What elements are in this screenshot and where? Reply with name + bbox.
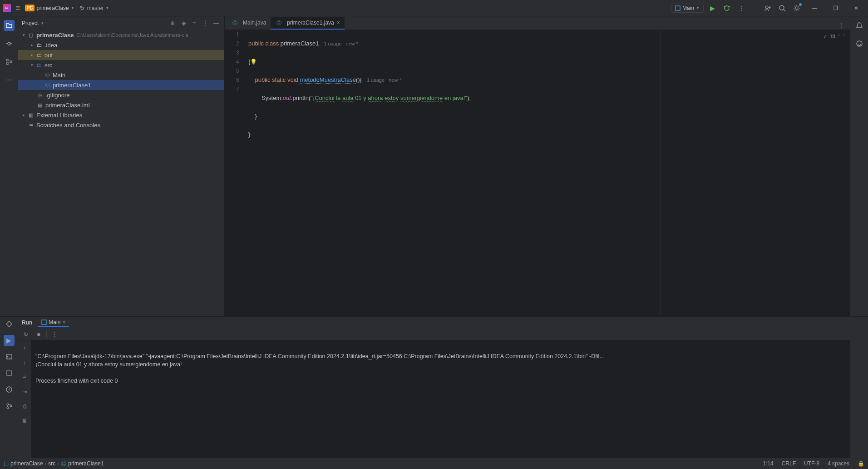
code-content[interactable]: public class primeraClase1 1 usage new *… — [247, 30, 850, 316]
collapse-all-icon[interactable]: ⫩ — [190, 19, 199, 28]
commit-tool-icon[interactable] — [4, 38, 15, 49]
project-tool-icon[interactable] — [4, 20, 15, 31]
readonly-lock-icon[interactable]: 🔒 — [858, 460, 864, 467]
project-panel-title[interactable]: Project ▼ — [22, 20, 168, 26]
print-icon[interactable]: ⎙ — [20, 401, 30, 411]
maximize-window-button[interactable]: ❐ — [826, 1, 844, 15]
debug-button[interactable] — [721, 2, 733, 14]
svg-line-9 — [784, 10, 785, 11]
tree-file-main[interactable]: Ⓒ Main — [18, 70, 224, 80]
select-opened-file-icon[interactable]: ⊕ — [168, 19, 177, 28]
minimize-window-button[interactable]: — — [805, 1, 824, 15]
indent-settings[interactable]: 4 spaces — [828, 460, 849, 467]
stop-icon[interactable]: ■ — [34, 329, 44, 339]
console-line: ¡Conclui la aula 01 y ahora estoy sumerg… — [35, 361, 182, 368]
svg-rect-27 — [42, 320, 46, 324]
tree-folder-src[interactable]: ▾ 🗀 src — [18, 60, 224, 70]
expand-all-icon[interactable]: ◈ — [179, 19, 188, 28]
search-everywhere-button[interactable] — [776, 2, 788, 14]
project-badge-icon: PC — [25, 5, 35, 11]
tab-main-java[interactable]: Ⓒ Main.java — [227, 17, 271, 30]
svg-rect-19 — [6, 354, 12, 359]
project-selector[interactable]: PC primeraClase ▼ — [25, 5, 74, 11]
run-icon[interactable]: ▶ — [4, 335, 15, 346]
problems-icon[interactable] — [4, 384, 15, 395]
tree-label: primeraClase.iml — [45, 102, 90, 109]
more-actions-button[interactable]: ⋮ — [735, 2, 747, 14]
run-config-selector[interactable]: Main ▼ — [671, 4, 704, 13]
tree-label: primeraClase1 — [53, 82, 91, 89]
rerun-icon[interactable]: ↻ — [21, 329, 31, 339]
tab-label: primeraClase1.java — [287, 20, 334, 26]
chevron-right-icon: ▸ — [20, 113, 27, 117]
terminal-icon[interactable] — [4, 351, 15, 362]
run-toolbar: ↻ ■ ⋮ — [18, 329, 850, 340]
hide-panel-icon[interactable]: — — [212, 19, 221, 28]
soft-wrap-icon[interactable]: ⤶ — [20, 372, 30, 382]
svg-point-17 — [857, 41, 862, 46]
tree-file-gitignore[interactable]: ◎ .gitignore — [18, 90, 224, 100]
notifications-icon[interactable] — [854, 20, 865, 31]
tree-folder-idea[interactable]: ▸ 🗀 .idea — [18, 40, 224, 50]
tree-file-iml[interactable]: ▤ primeraClase.iml — [18, 100, 224, 110]
structure-tool-icon[interactable] — [4, 56, 15, 67]
clear-icon[interactable]: 🗑 — [20, 416, 30, 426]
run-tab-label: Main — [49, 319, 60, 325]
project-tool-window: Project ▼ ⊕ ◈ ⫩ ⋮ — ▾ ▢ primeraClase C:\… — [18, 16, 225, 316]
svg-line-3 — [724, 6, 725, 7]
more-tools-icon[interactable]: ⋯ — [4, 75, 15, 85]
intention-bulb-icon[interactable]: 💡 — [250, 59, 257, 65]
tree-external-libraries[interactable]: ▸ ▥ External Libraries — [18, 110, 224, 120]
git-branch-selector[interactable]: master ▼ — [79, 5, 109, 11]
console-output[interactable]: "C:\Program Files\Java\jdk-17\bin\java.e… — [31, 340, 850, 467]
code-editor[interactable]: 1234567 public class primeraClase1 1 usa… — [225, 30, 850, 316]
right-bottom-stripe — [850, 317, 868, 467]
file-encoding[interactable]: UTF-8 — [804, 460, 819, 467]
breadcrumb[interactable]: ▢ primeraClase › src › Ⓒ primeraClase1 — [4, 460, 104, 468]
git-icon[interactable] — [4, 400, 15, 411]
tab-primeraclase1-java[interactable]: Ⓒ primeraClase1.java × — [271, 17, 344, 30]
more-icon[interactable]: ⋮ — [49, 329, 59, 339]
scroll-up-icon[interactable]: ↑ — [20, 343, 30, 353]
editor-tabs: Ⓒ Main.java Ⓒ primeraClase1.java × ⋮ — [225, 16, 850, 30]
svg-point-10 — [795, 7, 798, 10]
close-tab-icon[interactable]: × — [62, 319, 65, 325]
build-icon[interactable] — [4, 368, 15, 379]
left-bottom-stripe: ▶ — [0, 317, 18, 467]
panel-options-icon[interactable]: ⋮ — [201, 19, 210, 28]
tree-root[interactable]: ▾ ▢ primeraClase C:\Users\alexm\Document… — [18, 30, 224, 40]
line-separator[interactable]: CRLF — [782, 460, 796, 467]
java-class-icon: Ⓒ — [44, 81, 51, 89]
services-icon[interactable] — [4, 319, 15, 329]
chevron-up-icon[interactable]: ˄ — [838, 32, 840, 41]
code-with-me-icon[interactable] — [762, 2, 774, 14]
close-tab-icon[interactable]: × — [337, 20, 340, 26]
tree-file-primeraclase1[interactable]: Ⓒ primeraClase1 — [18, 80, 224, 90]
iml-file-icon: ▤ — [36, 101, 44, 109]
settings-button[interactable] — [791, 2, 803, 14]
run-panel-title: Run — [22, 319, 32, 326]
crumb-label: primeraClase — [10, 460, 43, 467]
tree-scratches[interactable]: ≔ Scratches and Consoles — [18, 120, 224, 130]
svg-point-1 — [725, 6, 729, 10]
close-window-button[interactable]: ✕ — [847, 1, 865, 15]
project-tree[interactable]: ▾ ▢ primeraClase C:\Users\alexm\Document… — [18, 30, 224, 316]
chevron-down-icon: ▾ — [20, 33, 27, 37]
right-tool-stripe — [850, 16, 868, 316]
ai-assistant-icon[interactable] — [854, 38, 865, 49]
run-button[interactable]: ▶ — [706, 2, 718, 14]
hamburger-menu-icon[interactable]: ≡ — [15, 3, 20, 13]
chevron-down-icon: ▼ — [40, 21, 44, 25]
scroll-down-icon[interactable]: ↓ — [20, 358, 30, 368]
chevron-down-icon: ▾ — [28, 63, 35, 67]
scroll-to-end-icon[interactable]: ⇥ — [20, 387, 30, 397]
chevron-down-icon[interactable]: ˅ — [843, 32, 845, 41]
line-gutter: 1234567 — [225, 30, 247, 316]
run-config-tab[interactable]: Main × — [38, 318, 69, 327]
inspection-widget[interactable]: ✓ 10 ˄ ˅ — [823, 32, 845, 41]
java-class-icon: Ⓒ — [44, 71, 51, 79]
tab-options-icon[interactable]: ⋮ — [837, 20, 846, 30]
folder-icon: 🗀 — [35, 41, 43, 49]
tree-folder-out[interactable]: ▸ 🗀 out — [18, 50, 224, 60]
cursor-position[interactable]: 1:14 — [763, 460, 773, 467]
